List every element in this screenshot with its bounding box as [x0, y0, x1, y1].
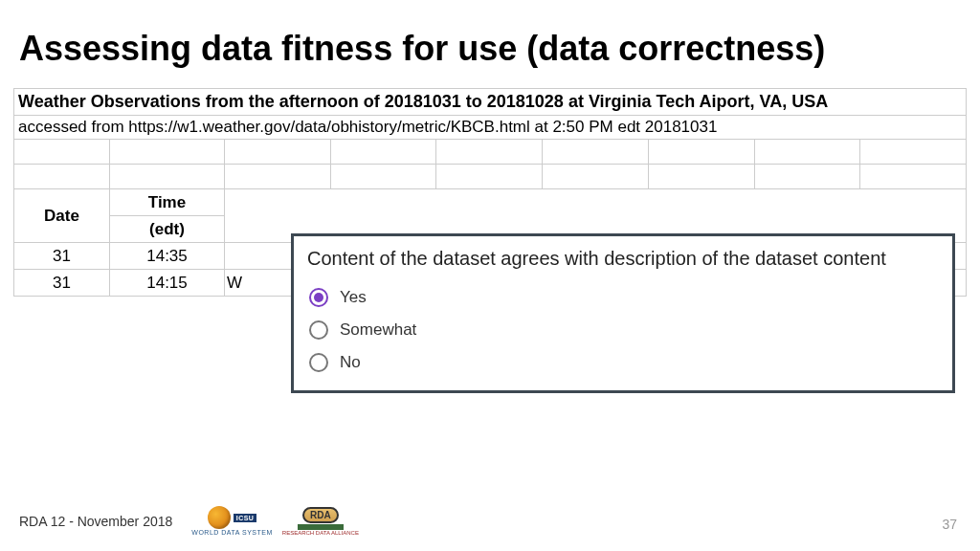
survey-popup: Content of the dataset agrees with descr… [291, 233, 955, 393]
rda-subtext: RESEARCH DATA ALLIANCE [282, 530, 359, 536]
radio-icon[interactable] [309, 320, 328, 340]
option-label: Somewhat [340, 320, 416, 340]
col-header-time-tz: (edt) [110, 216, 225, 243]
col-header-time: Time [110, 189, 225, 216]
slide-title: Assessing data fitness for use (data cor… [0, 0, 980, 88]
option-somewhat[interactable]: Somewhat [307, 314, 939, 346]
rda-logo: RDA RESEARCH DATA ALLIANCE [282, 507, 359, 536]
rda-pill: RDA [302, 507, 339, 523]
table-subheading: accessed from https://w1.weather.gov/dat… [13, 115, 967, 139]
icsu-badge: ICSU [234, 514, 257, 522]
wds-text: WORLD DATA SYSTEM [191, 529, 272, 536]
radio-icon[interactable] [309, 288, 328, 307]
page-number: 37 [942, 517, 957, 532]
globe-icon [208, 506, 231, 529]
cell-date: 31 [14, 243, 110, 270]
option-label: No [340, 353, 361, 372]
option-label: Yes [340, 288, 367, 307]
radio-icon[interactable] [309, 353, 328, 372]
cell-time: 14:15 [110, 270, 225, 297]
option-no[interactable]: No [307, 346, 939, 379]
option-yes[interactable]: Yes [307, 281, 939, 314]
table-blank-row [14, 140, 967, 165]
footer-logos: ICSU WORLD DATA SYSTEM RDA RESEARCH DATA… [191, 506, 359, 536]
col-header-date: Date [14, 189, 110, 243]
table-header-row: Date Time [14, 189, 967, 216]
survey-question: Content of the dataset agrees with descr… [307, 246, 939, 272]
footer-label: RDA 12 - November 2018 [19, 514, 172, 529]
table-blank-row [14, 165, 967, 189]
wds-logo: ICSU WORLD DATA SYSTEM [191, 506, 272, 536]
slide-footer: RDA 12 - November 2018 ICSU WORLD DATA S… [0, 506, 980, 536]
table-heading: Weather Observations from the afternoon … [13, 88, 967, 115]
cell-date: 31 [14, 270, 110, 297]
cell-time: 14:35 [110, 243, 225, 270]
